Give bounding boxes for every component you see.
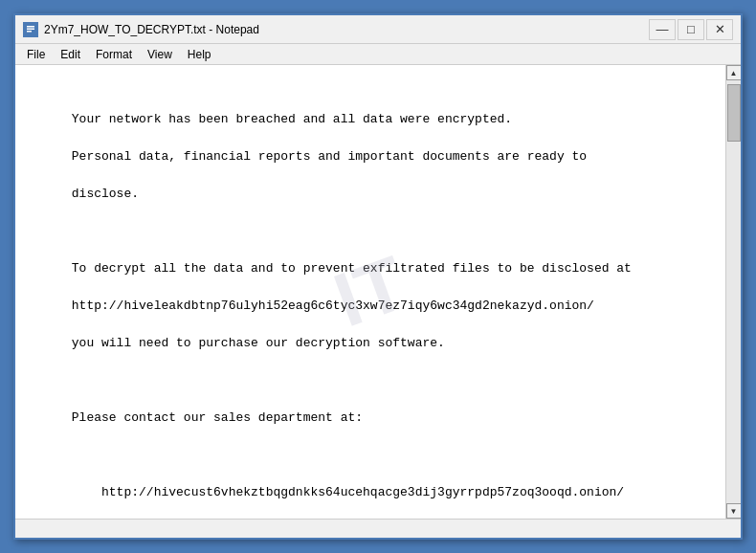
svg-rect-2 (27, 28, 34, 30)
text-line8: http://hivecust6vhekztbqgdnkks64ucehqacg… (72, 485, 624, 499)
content-area: IT Your network has been breached and al… (15, 65, 741, 519)
app-icon (23, 22, 38, 37)
status-bar (15, 519, 741, 538)
menu-file[interactable]: File (19, 44, 53, 64)
svg-rect-3 (27, 31, 32, 33)
window-controls: — □ ✕ (649, 19, 733, 40)
text-line3: disclose. (72, 187, 139, 201)
text-line5: http://hiveleakdbtnp76ulyhi52eag6c6tyc3x… (72, 299, 594, 313)
text-line7: Please contact our sales department at: (72, 410, 363, 425)
text-editor[interactable]: IT Your network has been breached and al… (15, 65, 725, 519)
svg-rect-1 (27, 26, 34, 28)
text-line2: Personal data, financial reports and imp… (72, 149, 587, 164)
notepad-window: 2Ym7_HOW_TO_DECRYPT.txt - Notepad — □ ✕ … (13, 13, 743, 540)
title-bar: 2Ym7_HOW_TO_DECRYPT.txt - Notepad — □ ✕ (15, 15, 741, 44)
minimize-button[interactable]: — (649, 19, 676, 40)
scrollbar-track[interactable] (726, 80, 741, 503)
text-line1: Your network has been breached and all d… (72, 112, 512, 126)
scroll-down-button[interactable]: ▼ (726, 503, 742, 519)
menu-format[interactable]: Format (88, 44, 140, 64)
window-title: 2Ym7_HOW_TO_DECRYPT.txt - Notepad (44, 23, 649, 36)
maximize-button[interactable]: □ (678, 19, 704, 40)
menu-edit[interactable]: Edit (53, 44, 88, 64)
scrollbar-thumb[interactable] (727, 84, 741, 142)
text-line4: To decrypt all the data and to prevent e… (72, 261, 632, 276)
close-button[interactable]: ✕ (706, 19, 733, 40)
menu-bar: File Edit Format View Help (15, 44, 741, 65)
menu-view[interactable]: View (140, 44, 180, 64)
text-line6: you will need to purchase our decryption… (72, 336, 445, 350)
scroll-up-button[interactable]: ▲ (726, 65, 742, 80)
menu-help[interactable]: Help (180, 44, 219, 64)
scrollbar[interactable]: ▲ ▼ (725, 65, 741, 519)
